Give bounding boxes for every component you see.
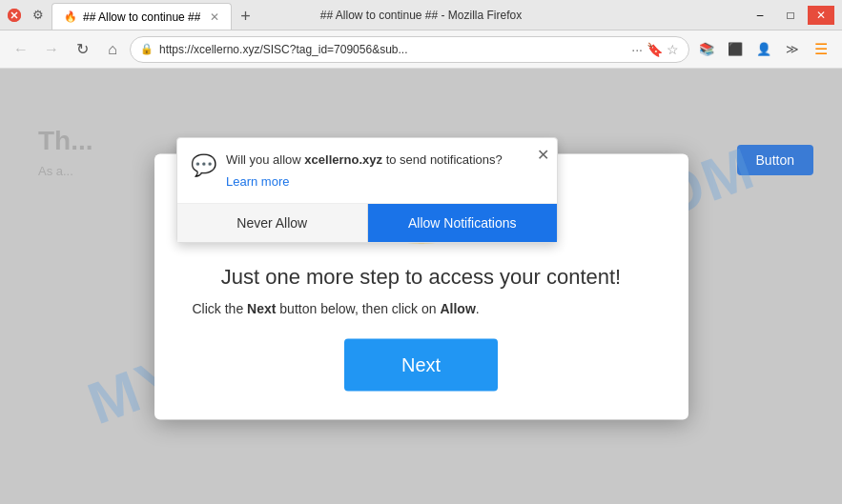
refresh-button[interactable]: ↻ bbox=[69, 36, 95, 63]
minimize-button[interactable]: – bbox=[747, 6, 773, 25]
window-controls: – □ ✕ bbox=[747, 6, 834, 25]
settings-icon: ⚙ bbox=[32, 8, 44, 22]
modal-subtitle: Click the Next button below, then click … bbox=[193, 300, 650, 315]
nav-bar: ← → ↻ ⌂ 🔒 https://xcellerno.xyz/SISC?tag… bbox=[0, 30, 842, 69]
star-icon: ☆ bbox=[667, 42, 679, 57]
modal-title: Just one more step to access your conten… bbox=[221, 264, 621, 289]
modal-subtitle-next: Next bbox=[247, 300, 276, 315]
page-content: Th... As a... Button MYANTISPYWARE.COM 💬… bbox=[0, 69, 842, 504]
notif-question-prefix: Will you allow bbox=[226, 152, 304, 167]
tab-label: ## Allow to continue ## bbox=[83, 10, 200, 24]
window-traffic-icon[interactable] bbox=[8, 9, 21, 22]
window-traffic bbox=[8, 9, 21, 22]
home-button[interactable]: ⌂ bbox=[99, 36, 126, 63]
notif-domain: xcellerno.xyz bbox=[304, 152, 382, 167]
title-bar: ⚙ 🔥 ## Allow to continue ## ✕ + ## Allow… bbox=[0, 0, 842, 30]
bg-button: Button bbox=[737, 145, 813, 175]
allow-notifications-button[interactable]: Allow Notifications bbox=[368, 204, 558, 242]
more-icon: ··· bbox=[631, 42, 643, 57]
maximize-button[interactable]: □ bbox=[777, 6, 804, 25]
modal-subtitle-middle: button below, then click on bbox=[276, 300, 440, 315]
learn-more-link[interactable]: Learn more bbox=[226, 174, 289, 189]
tab-bar: 🔥 ## Allow to continue ## ✕ + bbox=[51, 0, 739, 30]
library-icon[interactable]: 📚 bbox=[693, 36, 720, 63]
modal-subtitle-prefix: Click the bbox=[193, 300, 248, 315]
close-button[interactable]: ✕ bbox=[808, 6, 834, 25]
notification-question: Will you allow xcellerno.xyz to send not… bbox=[226, 151, 542, 169]
next-button[interactable]: Next bbox=[344, 338, 498, 391]
back-button[interactable]: ← bbox=[8, 36, 34, 63]
notification-popup: 💬 Will you allow xcellerno.xyz to send n… bbox=[176, 137, 558, 243]
notification-text: Will you allow xcellerno.xyz to send not… bbox=[226, 151, 542, 190]
tab-close-icon[interactable]: ✕ bbox=[210, 10, 219, 24]
notification-actions: Never Allow Allow Notifications bbox=[177, 203, 557, 242]
notification-body: 💬 Will you allow xcellerno.xyz to send n… bbox=[177, 138, 557, 203]
menu-icon[interactable]: ☰ bbox=[808, 36, 834, 63]
never-allow-button[interactable]: Never Allow bbox=[177, 204, 368, 242]
more-tools-icon[interactable]: ≫ bbox=[779, 36, 806, 63]
notif-question-suffix: to send notifications? bbox=[382, 152, 503, 167]
address-bar: 🔒 https://xcellerno.xyz/SISC?tag_id=7090… bbox=[130, 36, 689, 63]
bookmark-icon: 🔖 bbox=[647, 42, 663, 57]
container-icon[interactable]: ⬛ bbox=[722, 36, 749, 63]
notification-chat-icon: 💬 bbox=[191, 153, 216, 178]
lock-icon: 🔒 bbox=[140, 43, 154, 55]
browser-window: ⚙ 🔥 ## Allow to continue ## ✕ + ## Allow… bbox=[0, 0, 842, 504]
active-tab[interactable]: 🔥 ## Allow to continue ## ✕ bbox=[51, 3, 232, 30]
forward-button[interactable]: → bbox=[38, 36, 65, 63]
url-display: https://xcellerno.xyz/SISC?tag_id=709056… bbox=[159, 43, 626, 56]
account-icon[interactable]: 👤 bbox=[750, 36, 777, 63]
modal-subtitle-allow: Allow bbox=[440, 300, 475, 315]
notification-close-button[interactable]: ✕ bbox=[537, 146, 549, 164]
nav-right: 📚 ⬛ 👤 ≫ ☰ bbox=[693, 36, 834, 63]
new-tab-button[interactable]: + bbox=[232, 3, 258, 30]
tab-icon: 🔥 bbox=[64, 10, 77, 23]
bg-heading: Th... bbox=[38, 126, 93, 156]
modal-subtitle-suffix: . bbox=[476, 300, 480, 315]
